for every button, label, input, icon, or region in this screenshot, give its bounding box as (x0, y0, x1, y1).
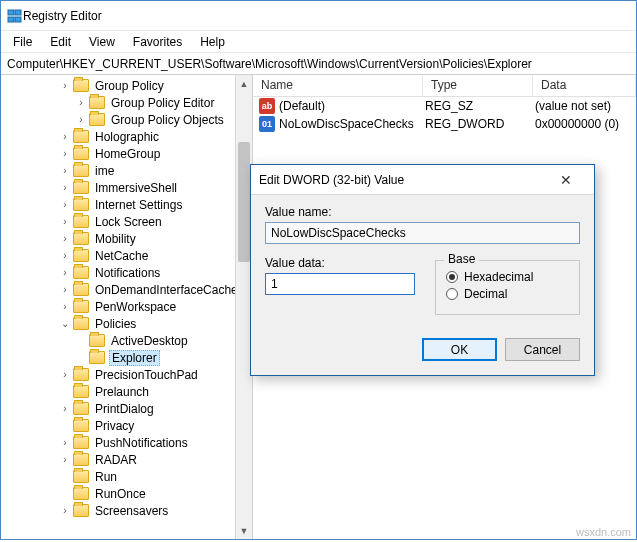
tree-item[interactable]: ›PrintDialog (9, 400, 252, 417)
expander-none (59, 488, 71, 500)
list-row[interactable]: (Default)REG_SZ(value not set) (253, 97, 636, 115)
radio-label-dec: Decimal (464, 287, 507, 301)
chevron-right-icon[interactable]: › (75, 97, 87, 109)
tree-item-label: Internet Settings (93, 198, 184, 212)
tree-item[interactable]: ›HomeGroup (9, 145, 252, 162)
chevron-right-icon[interactable]: › (59, 148, 71, 160)
folder-icon (89, 113, 105, 126)
tree-item[interactable]: Privacy (9, 417, 252, 434)
scroll-thumb[interactable] (238, 142, 250, 262)
tree-item[interactable]: ›Group Policy (9, 77, 252, 94)
tree-item[interactable]: Run (9, 468, 252, 485)
radio-icon[interactable] (446, 288, 458, 300)
tree-item[interactable]: ›RADAR (9, 451, 252, 468)
value-name: NoLowDiscSpaceChecks (279, 117, 414, 131)
tree-item[interactable]: ›PushNotifications (9, 434, 252, 451)
chevron-right-icon[interactable]: › (59, 233, 71, 245)
chevron-right-icon[interactable]: › (59, 250, 71, 262)
tree-item[interactable]: ›OnDemandInterfaceCache (9, 281, 252, 298)
folder-icon (73, 300, 89, 313)
tree-item[interactable]: ›Internet Settings (9, 196, 252, 213)
chevron-right-icon[interactable]: › (59, 437, 71, 449)
svg-rect-1 (15, 10, 21, 15)
tree-view[interactable]: ›Group Policy›Group Policy Editor›Group … (1, 75, 253, 539)
chevron-right-icon[interactable]: › (59, 454, 71, 466)
scroll-up-icon[interactable]: ▲ (236, 75, 252, 92)
tree-item[interactable]: ›NetCache (9, 247, 252, 264)
cancel-button[interactable]: Cancel (505, 338, 580, 361)
tree-item-label: Mobility (93, 232, 138, 246)
chevron-right-icon[interactable]: › (59, 182, 71, 194)
col-type[interactable]: Type (423, 75, 533, 96)
tree-item[interactable]: ›Holographic (9, 128, 252, 145)
chevron-right-icon[interactable]: › (59, 301, 71, 313)
dialog-titlebar[interactable]: Edit DWORD (32-bit) Value ✕ (251, 165, 594, 195)
radio-decimal[interactable]: Decimal (446, 287, 569, 301)
chevron-right-icon[interactable]: › (59, 267, 71, 279)
tree-item[interactable]: ›ImmersiveShell (9, 179, 252, 196)
folder-icon (73, 402, 89, 415)
list-row[interactable]: NoLowDiscSpaceChecksREG_DWORD0x00000000 … (253, 115, 636, 133)
tree-item[interactable]: ›Lock Screen (9, 213, 252, 230)
chevron-right-icon[interactable]: › (75, 114, 87, 126)
tree-item-label: PushNotifications (93, 436, 190, 450)
chevron-right-icon[interactable]: › (59, 216, 71, 228)
tree-item-label: OnDemandInterfaceCache (93, 283, 240, 297)
folder-icon (73, 266, 89, 279)
menu-favorites[interactable]: Favorites (125, 33, 190, 51)
watermark: wsxdn.com (576, 526, 631, 538)
tree-item[interactable]: Explorer (9, 349, 252, 366)
value-name-field[interactable] (265, 222, 580, 244)
folder-icon (73, 130, 89, 143)
tree-item[interactable]: ⌄Policies (9, 315, 252, 332)
tree-item[interactable]: ›ime (9, 162, 252, 179)
menu-file[interactable]: File (5, 33, 40, 51)
menu-edit[interactable]: Edit (42, 33, 79, 51)
ok-button[interactable]: OK (422, 338, 497, 361)
col-data[interactable]: Data (533, 75, 636, 96)
chevron-down-icon[interactable]: ⌄ (59, 318, 71, 330)
value-data: 0x00000000 (0) (527, 117, 636, 131)
tree-item-label: PrintDialog (93, 402, 156, 416)
chevron-right-icon[interactable]: › (59, 131, 71, 143)
close-icon[interactable]: ✕ (546, 169, 586, 191)
menu-view[interactable]: View (81, 33, 123, 51)
folder-icon (73, 79, 89, 92)
menu-help[interactable]: Help (192, 33, 233, 51)
menubar: File Edit View Favorites Help (1, 31, 636, 53)
tree-item[interactable]: ›Group Policy Editor (9, 94, 252, 111)
scroll-down-icon[interactable]: ▼ (236, 522, 252, 539)
chevron-right-icon[interactable]: › (59, 284, 71, 296)
chevron-right-icon[interactable]: › (59, 80, 71, 92)
folder-icon (73, 419, 89, 432)
chevron-right-icon[interactable]: › (59, 403, 71, 415)
expander-none (75, 335, 87, 347)
chevron-right-icon[interactable]: › (59, 165, 71, 177)
tree-item[interactable]: ›Screensavers (9, 502, 252, 519)
value-data: (value not set) (527, 99, 636, 113)
value-type: REG_DWORD (417, 117, 527, 131)
chevron-right-icon[interactable]: › (59, 199, 71, 211)
chevron-right-icon[interactable]: › (59, 505, 71, 517)
tree-item[interactable]: ›Group Policy Objects (9, 111, 252, 128)
tree-item[interactable]: ›Notifications (9, 264, 252, 281)
tree-item[interactable]: ActiveDesktop (9, 332, 252, 349)
tree-item[interactable]: RunOnce (9, 485, 252, 502)
tree-item[interactable]: ›PrecisionTouchPad (9, 366, 252, 383)
tree-item-label: Holographic (93, 130, 161, 144)
folder-icon (73, 453, 89, 466)
chevron-right-icon[interactable]: › (59, 369, 71, 381)
tree-item-label: Policies (93, 317, 138, 331)
col-name[interactable]: Name (253, 75, 423, 96)
radio-hexadecimal[interactable]: Hexadecimal (446, 270, 569, 284)
folder-icon (73, 385, 89, 398)
radio-icon[interactable] (446, 271, 458, 283)
tree-item[interactable]: ›Mobility (9, 230, 252, 247)
folder-icon (89, 334, 105, 347)
value-data-field[interactable] (265, 273, 415, 295)
address-bar[interactable]: Computer\HKEY_CURRENT_USER\Software\Micr… (1, 53, 636, 75)
base-fieldset: Base Hexadecimal Decimal (435, 260, 580, 315)
list-header[interactable]: Name Type Data (253, 75, 636, 97)
tree-item[interactable]: ›PenWorkspace (9, 298, 252, 315)
tree-item[interactable]: Prelaunch (9, 383, 252, 400)
